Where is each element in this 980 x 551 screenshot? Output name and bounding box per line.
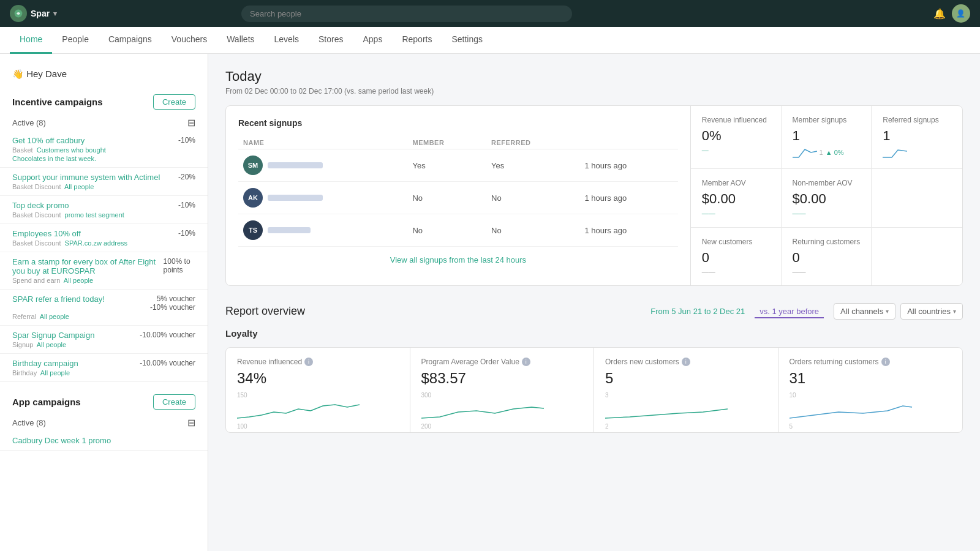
campaign-name[interactable]: Earn a stamp for every box of After Eigh… — [12, 257, 164, 276]
info-icon[interactable]: i — [304, 358, 313, 366]
app-name: Spar — [31, 9, 50, 18]
table-row: TS No No 1 hours ago — [238, 214, 678, 247]
stat-revenue-influenced: Revenue influenced 0% — — [691, 106, 782, 169]
report-title: Report overview — [225, 305, 305, 318]
app-section-header: App campaigns Create — [0, 389, 208, 414]
recent-signups-panel: Recent signups NAME MEMBER REFERRED — [226, 106, 691, 285]
topbar-right: 🔔 👤 — [933, 4, 970, 23]
nav-tab-campaigns[interactable]: Campaigns — [99, 27, 162, 54]
nav-tab-home[interactable]: Home — [10, 27, 52, 54]
campaign-discount: -20% — [178, 173, 195, 181]
loyalty-title: Loyalty — [225, 328, 963, 339]
campaign-discount: -10.00% voucher — [140, 359, 195, 367]
nav-tab-wallets[interactable]: Wallets — [217, 27, 264, 54]
campaign-item: Support your immune system with Actimel … — [0, 168, 208, 196]
incentive-create-button[interactable]: Create — [153, 94, 195, 110]
campaign-item: Earn a stamp for every box of After Eigh… — [0, 252, 208, 290]
stats-grid: Revenue influenced 0% — Member signups 1… — [691, 106, 962, 285]
mini-chart-signups — [793, 146, 817, 159]
report-filters: From 5 Jun 21 to 2 Dec 21 vs. 1 year bef… — [646, 303, 963, 320]
user-cell: SM — [238, 149, 407, 182]
info-icon[interactable]: i — [881, 358, 890, 366]
nav-tab-settings[interactable]: Settings — [442, 27, 492, 54]
col-time — [579, 137, 677, 149]
vs-period-link[interactable]: vs. 1 year before — [755, 304, 824, 318]
col-member: MEMBER — [407, 137, 486, 149]
chevron-down-icon: ▾ — [886, 308, 889, 315]
campaign-discount: -10% — [178, 136, 195, 144]
date-range-link[interactable]: From 5 Jun 21 to 2 Dec 21 — [646, 304, 750, 318]
returning-customers-chart: 10 5 — [790, 392, 952, 422]
info-icon[interactable]: i — [522, 358, 530, 366]
nav-tab-stores[interactable]: Stores — [309, 27, 353, 54]
info-icon[interactable]: i — [682, 358, 690, 366]
stat-new-customers: New customers 0 —— — [691, 228, 782, 285]
col-name: NAME — [238, 137, 407, 149]
chevron-down-icon[interactable]: ▾ — [53, 10, 57, 18]
app-create-button[interactable]: Create — [153, 394, 195, 410]
member-cell: Yes — [407, 149, 486, 182]
referred-cell: No — [486, 214, 579, 247]
today-title: Today — [225, 69, 963, 84]
aov-chart: 300 200 — [421, 392, 583, 422]
signups-table: NAME MEMBER REFERRED SM — [238, 137, 678, 247]
campaign-item: SPAR refer a friend today! 5% voucher-10… — [0, 290, 208, 326]
countries-dropdown[interactable]: All countries ▾ — [900, 303, 963, 320]
time-cell: 1 hours ago — [579, 214, 677, 247]
campaign-item: Top deck promo -10% Basket Discount prom… — [0, 196, 208, 224]
stat-empty-2 — [872, 228, 962, 285]
metrics-grid: Revenue influenced i 34% 150 100 Progra — [225, 347, 963, 433]
campaign-name[interactable]: SPAR refer a friend today! — [12, 294, 105, 304]
channels-dropdown[interactable]: All channels ▾ — [834, 303, 895, 320]
nav-tab-apps[interactable]: Apps — [353, 27, 392, 54]
campaign-name[interactable]: Employees 10% off — [12, 229, 81, 238]
nav-tab-levels[interactable]: Levels — [265, 27, 309, 54]
incentive-section-title: Incentive campaigns — [12, 97, 103, 107]
col-referred: REFERRED — [486, 137, 579, 149]
nav-tab-vouchers[interactable]: Vouchers — [162, 27, 217, 54]
stat-member-aov: Member AOV $0.00 —— — [691, 169, 782, 227]
campaign-item: Employees 10% off -10% Basket Discount S… — [0, 224, 208, 252]
nav-tab-reports[interactable]: Reports — [392, 27, 442, 54]
app-collapse-icon[interactable]: ⊟ — [187, 417, 195, 429]
user-cell: AK — [238, 182, 407, 214]
campaign-name[interactable]: Birthday campaign — [12, 359, 78, 368]
today-card: Recent signups NAME MEMBER REFERRED — [225, 105, 963, 286]
view-all-signups-link[interactable]: View all signups from the last 24 hours — [238, 247, 678, 273]
campaign-meta: Basket Customers who bought — [12, 146, 195, 154]
notification-bell-icon[interactable]: 🔔 — [933, 8, 946, 20]
report-header: Report overview From 5 Jun 21 to 2 Dec 2… — [225, 303, 963, 320]
campaign-meta: Basket Discount promo test segment — [12, 211, 195, 219]
search-bar[interactable] — [241, 6, 572, 22]
incentive-active-count: Active (8) ⊟ — [0, 114, 208, 131]
member-cell: No — [407, 182, 486, 214]
metric-new-customers: Orders new customers i 5 3 2 — [594, 348, 778, 432]
collapse-icon[interactable]: ⊟ — [187, 117, 195, 129]
campaign-name[interactable]: Support your immune system with Actimel — [12, 173, 160, 182]
report-section: Report overview From 5 Jun 21 to 2 Dec 2… — [225, 303, 963, 433]
member-cell: No — [407, 214, 486, 247]
referred-cell: Yes — [486, 149, 579, 182]
campaign-name[interactable]: Top deck promo — [12, 201, 69, 210]
campaign-name[interactable]: Spar Signup Campaign — [12, 331, 94, 340]
campaign-item: Spar Signup Campaign -10.00% voucher Sig… — [0, 326, 208, 354]
user-avatar[interactable]: 👤 — [952, 4, 970, 23]
metric-program-aov: Program Average Order Value i $83.57 300… — [410, 348, 595, 432]
chevron-down-icon: ▾ — [953, 308, 956, 315]
logo-area[interactable]: Spar ▾ — [10, 5, 57, 22]
app-active-count: Active (8) ⊟ — [0, 414, 208, 431]
campaign-discount: 5% voucher-10% voucher — [150, 294, 195, 312]
search-input[interactable] — [241, 6, 572, 22]
table-row: SM Yes Yes 1 hours ago — [238, 149, 678, 182]
secondary-nav: Home People Campaigns Vouchers Wallets L… — [0, 27, 980, 54]
incentive-section-header: Incentive campaigns Create — [0, 89, 208, 114]
time-cell: 1 hours ago — [579, 149, 677, 182]
campaign-name[interactable]: Cadbury Dec week 1 promo — [12, 436, 111, 445]
nav-tab-people[interactable]: People — [52, 27, 99, 54]
campaign-discount: 100% to points — [164, 257, 195, 274]
stat-empty-1 — [872, 169, 962, 227]
referred-cell: No — [486, 182, 579, 214]
main-layout: 👋 Hey Dave Incentive campaigns Create Ac… — [0, 54, 980, 551]
campaign-name[interactable]: Get 10% off cadbury — [12, 136, 85, 145]
campaign-meta: Basket Discount All people — [12, 183, 195, 190]
